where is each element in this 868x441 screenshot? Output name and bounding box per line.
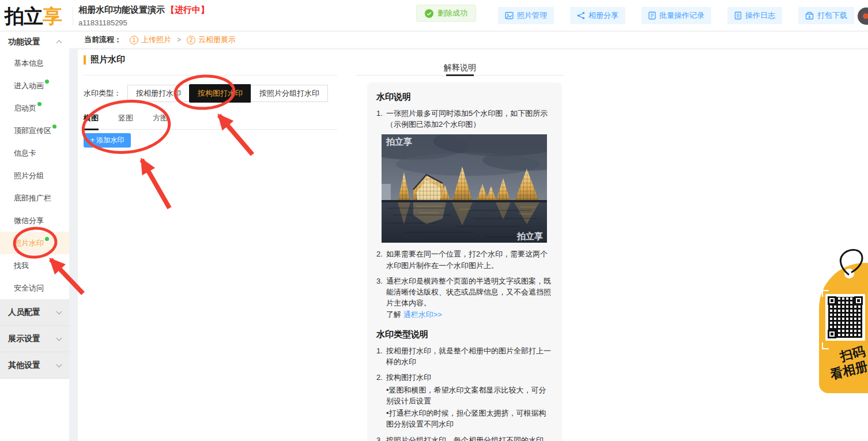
logo-text-orange: 享 [43,5,62,27]
package-download-label: 打包下载 [817,10,847,21]
item-number: 1. [376,108,386,130]
status-badge: 【进行中】 [166,5,209,14]
item-number: 1. [376,345,386,367]
explain-item: 1. 一张照片最多可同时添加5个水印图，如下图所示（示例图已添加2个水印图） [376,108,553,130]
operation-log-button[interactable]: 操作日志 [727,7,782,24]
sidebar-item-photo-groups[interactable]: 照片分组 [0,164,69,187]
sidebar-group-display-settings[interactable]: 展示设置 [0,326,69,352]
type-option-label: 按相册打水印 [136,89,181,97]
chevron-down-icon [56,308,62,314]
scan-album-text: 扫码 看相册 [825,344,868,383]
explain-item: 3. 通栏水印是横跨整个页面的半透明文字或图案，既能清晰传达版权、状态或品牌信息… [376,276,553,320]
explain-heading-types: 水印类型说明 [376,329,553,340]
app-window: 拍立享 相册水印功能设置演示【进行中】 a11831185295 删除成功 [0,0,868,441]
sidebar: 功能设置 基本信息 进入动画 启动页 顶部宣传区 信息卡 照片分组 底部推广栏 … [0,32,69,441]
watermark-type-label: 水印类型： [84,88,121,99]
annotation-arrow-to-tabs [142,160,169,208]
qr-finder [854,296,863,305]
sample-watermarked-photo: 拍立享 拍立享 [382,134,547,243]
type-option-by-photo-group[interactable]: 按照片分组打水印 [251,85,328,102]
sidebar-item-basic-info[interactable]: 基本信息 [0,52,69,74]
notification-dot [45,237,49,241]
photo-icon [505,12,514,20]
step-text-2: 云相册展示 [198,35,236,45]
header-action-bar: 照片管理 相册分享 批量操作记录 [498,7,854,24]
type-option-by-album[interactable]: 按相册打水印 [127,85,190,102]
breadcrumb-step-cloud-album: 2 云相册展示 [187,35,236,45]
album-id: a11831185295 [78,18,209,27]
photo-watermark-top-left: 拍立享 [386,137,412,146]
sidebar-group-label: 人员配置 [8,307,40,318]
log-icon [734,12,742,20]
item-bullet: •竖图和横图，希望水印文案都显示比较大，可分别设计后设置 [386,385,553,406]
album-share-label: 相册分享 [588,10,618,21]
sidebar-item-wechat-share[interactable]: 微信分享 [0,209,69,232]
tab-portrait[interactable]: 竖图 [118,113,133,129]
sidebar-group-function-settings[interactable]: 功能设置 [0,32,69,52]
sidebar-group-label: 功能设置 [8,37,40,47]
operation-log-label: 操作日志 [745,10,775,21]
batch-record-label: 批量操作记录 [659,10,704,21]
chevron-up-icon [56,40,62,46]
explain-heading-watermark: 水印说明 [376,92,553,103]
sidebar-group-label: 其他设置 [8,360,40,371]
type-option-label: 按照片分组打水印 [259,89,319,97]
breadcrumb-separator: > [177,36,181,44]
tag-hole [844,269,854,278]
title-accent-bar [84,55,86,65]
sidebar-item-label: 进入动画 [14,81,44,91]
brand-logo: 拍立享 [5,3,62,30]
sidebar-item-find-me[interactable]: 找我 [0,254,69,277]
tab-label: 竖图 [118,114,133,122]
sidebar-item-label: 找我 [14,261,29,271]
sidebar-item-bottom-promo[interactable]: 底部推广栏 [0,187,69,209]
item-text: 通栏水印是横跨整个页面的半透明文字或图案，既能清晰传达版权、状态或品牌信息，又不… [386,277,551,307]
step-text-1: 上传照片 [141,35,171,45]
qr-code [825,294,865,341]
sidebar-item-enter-animation[interactable]: 进入动画 [0,74,69,97]
tab-square[interactable]: 方图 [153,113,168,129]
notification-dot [45,80,49,84]
user-avatar[interactable] [858,7,868,25]
package-download-button[interactable]: 打包下载 [798,7,854,24]
sidebar-item-info-card[interactable]: 信息卡 [0,142,69,164]
breadcrumb-step-upload: 1 上传照片 [130,35,171,45]
content-section-title: 照片水印 [84,54,125,65]
sidebar-item-secure-access[interactable]: 安全访问 [0,277,69,299]
explain-item: 2. 按构图打水印 •竖图和横图，希望水印文案都显示比较大，可分别设计后设置 •… [376,372,553,429]
sidebar-item-label: 信息卡 [14,148,36,159]
album-share-button[interactable]: 相册分享 [570,7,625,24]
logo-text-black: 拍立 [5,5,43,27]
sidebar-item-splash-page[interactable]: 启动页 [0,97,69,119]
sidebar-item-label: 照片分组 [14,171,44,181]
item-number: 2. [376,248,386,270]
sidebar-item-label: 底部推广栏 [14,193,51,203]
tab-landscape[interactable]: 横图 [84,113,99,130]
sidebar-group-staff-config[interactable]: 人员配置 [0,299,69,326]
photo-manage-button[interactable]: 照片管理 [498,7,554,24]
page-title: 相册水印功能设置演示【进行中】 [78,5,209,16]
item-text: 按相册打水印，就是整个相册中的图片全部打上一样的水印 [386,345,553,367]
top-header: 拍立享 相册水印功能设置演示【进行中】 a11831185295 删除成功 [0,0,868,32]
sidebar-item-photo-watermark[interactable]: 照片水印 [0,232,69,254]
banner-watermark-link[interactable]: 通栏水印>> [403,310,442,319]
sidebar-item-label: 微信分享 [14,216,44,226]
orientation-tabs: 横图 竖图 方图 [84,113,337,130]
tab-explanation[interactable]: 解释说明 [356,63,564,73]
item-text: 了解 [386,310,403,319]
check-circle-icon [425,9,433,18]
explain-item: 3. 按照片分组打水印，每个相册分组打不同的水印 [376,435,553,441]
sidebar-item-top-banner[interactable]: 顶部宣传区 [0,119,69,142]
add-watermark-button[interactable]: + 添加水印 [84,133,131,148]
tab-label: 方图 [153,114,168,122]
notification-dot [37,102,41,106]
sidebar-group-other-settings[interactable]: 其他设置 [0,352,69,379]
sidebar-item-label: 基本信息 [14,58,44,69]
batch-record-button[interactable]: 批量操作记录 [641,7,711,24]
type-option-by-composition[interactable]: 按构图打水印 [189,84,251,103]
batch-record-icon [648,12,656,20]
item-text: 如果需要在同一个位置，打2个水印，需要这两个水印图片制作在一个水印图片上。 [386,248,553,270]
sidebar-item-label: 顶部宣传区 [14,126,51,136]
explanation-tab-underline [446,74,474,76]
sidebar-group-label: 展示设置 [8,334,40,344]
